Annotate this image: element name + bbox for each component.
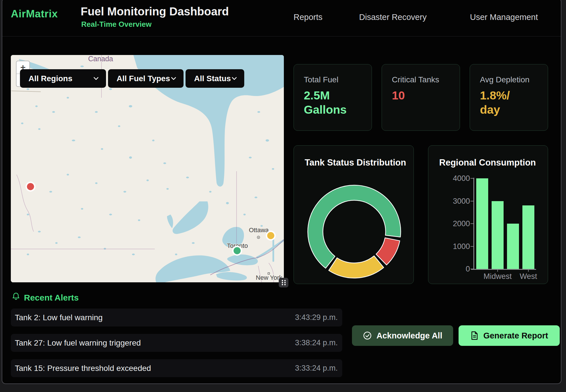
stat-label: Critical Tanks	[392, 75, 439, 84]
bar-y-tick	[471, 178, 473, 179]
stat-card-total-fuel: Total Fuel2.5MGallons	[294, 64, 372, 131]
nav-disaster-recovery[interactable]: Disaster Recovery	[359, 13, 427, 22]
filter-label: All Regions	[28, 74, 72, 83]
stat-value: 1.8%/day	[480, 88, 510, 117]
report-document-icon	[470, 331, 479, 340]
map-label-ottawa: Ottawa	[249, 226, 269, 234]
bar-x-tick	[497, 270, 498, 272]
bar-y-tick	[471, 269, 473, 269]
alert-row[interactable]: Tank 2: Low fuel warning3:43:29 p.m.	[11, 309, 342, 326]
stat-value-line: 1.8%/	[480, 88, 510, 103]
donut-segment-warning	[329, 256, 384, 278]
tank-status-card: Tank Status Distribution	[294, 145, 414, 284]
chevron-down-icon	[232, 77, 237, 80]
alert-text: Tank 27: Low fuel warning triggered	[15, 338, 141, 348]
bar-y-tick-label: 4000	[445, 174, 470, 183]
stat-value-line: day	[480, 103, 510, 117]
stat-card-critical-tanks: Critical Tanks10	[382, 64, 460, 131]
bell-icon	[11, 292, 21, 301]
bar-y-axis	[473, 178, 474, 269]
alert-text: Tank 15: Pressure threshold exceeded	[15, 364, 151, 373]
bar-y-tick	[471, 223, 473, 224]
alert-timestamp: 3:43:29 p.m.	[295, 313, 338, 322]
tank-marker-warning[interactable]	[266, 231, 275, 240]
bar-x-tick-label: West	[508, 272, 548, 281]
check-circle-icon	[363, 331, 372, 340]
header-divider	[2, 36, 561, 36]
bar-y-tick	[471, 201, 473, 201]
bar-y-tick-label: 0	[445, 265, 470, 273]
nav-reports[interactable]: Reports	[294, 13, 323, 22]
tank-marker-critical[interactable]	[26, 182, 35, 191]
stat-value-line: 10	[392, 88, 405, 103]
nav-user-management[interactable]: User Management	[470, 13, 538, 22]
donut-segment-critical	[376, 238, 400, 265]
ottawa-town-dot	[258, 237, 259, 238]
bar-midwest	[492, 201, 504, 269]
chevron-down-icon	[93, 77, 99, 80]
tank-status-title: Tank Status Distribution	[305, 158, 406, 168]
map-label-canada: Canada	[88, 55, 113, 63]
filter-label: All Status	[194, 74, 231, 83]
stat-label: Total Fuel	[304, 75, 338, 84]
app-logo: AirMatrix	[11, 8, 58, 20]
map[interactable]: CanadaOttawaTorontoNew York + − All Regi…	[11, 55, 284, 282]
stat-value: 2.5MGallons	[304, 88, 347, 117]
tank-status-donut-chart	[306, 183, 403, 280]
stat-card-avg-depletion: Avg Depletion1.8%/day	[470, 64, 548, 131]
stat-value: 10	[392, 88, 405, 103]
resize-drag-handle-icon[interactable]	[279, 278, 288, 287]
page-title: Fuel Monitoring Dashboard	[81, 5, 229, 18]
alert-text: Tank 2: Low fuel warning	[15, 313, 103, 322]
acknowledge-all-label: Acknowledge All	[376, 331, 442, 340]
alert-timestamp: 3:38:24 p.m.	[295, 338, 338, 347]
filter-all-fuel-types[interactable]: All Fuel Types	[108, 69, 184, 88]
alert-row[interactable]: Tank 27: Low fuel warning triggered3:38:…	[11, 334, 342, 352]
acknowledge-all-button[interactable]: Acknowledge All	[352, 325, 453, 346]
bar-northeast	[476, 178, 488, 269]
chevron-down-icon	[171, 77, 176, 80]
filter-all-status[interactable]: All Status	[186, 69, 244, 88]
bar-y-tick-label: 1000	[445, 242, 470, 251]
alert-timestamp: 3:33:24 p.m.	[295, 364, 338, 373]
generate-report-button[interactable]: Generate Report	[459, 325, 560, 346]
bar-y-tick	[471, 246, 473, 247]
stat-value-line: 2.5M	[304, 88, 347, 103]
stat-value-line: Gallons	[304, 103, 347, 117]
recent-alerts-title: Recent Alerts	[24, 293, 79, 303]
regional-consumption-card: Regional Consumption 01000200030004000Mi…	[428, 145, 548, 284]
filter-label: All Fuel Types	[117, 74, 170, 83]
tank-marker-normal[interactable]	[233, 246, 241, 255]
bar-south	[507, 224, 519, 269]
bar-x-axis	[471, 269, 536, 270]
bar-y-tick-label: 2000	[445, 219, 470, 228]
filter-all-regions[interactable]: All Regions	[20, 69, 106, 88]
bar-west	[522, 205, 534, 269]
stat-label: Avg Depletion	[480, 75, 530, 84]
generate-report-label: Generate Report	[483, 331, 548, 340]
alert-row[interactable]: Tank 15: Pressure threshold exceeded3:33…	[11, 359, 342, 377]
bar-y-tick-label: 3000	[445, 197, 470, 206]
page-subtitle: Real-Time Overview	[81, 20, 152, 29]
map-canvas: CanadaOttawaTorontoNew York	[11, 55, 284, 282]
bar-x-tick	[528, 270, 529, 272]
regional-consumption-bar-chart: 01000200030004000MidwestWest	[428, 146, 548, 284]
fuel-monitoring-dashboard: AirMatrix Fuel Monitoring Dashboard Real…	[0, 0, 566, 392]
